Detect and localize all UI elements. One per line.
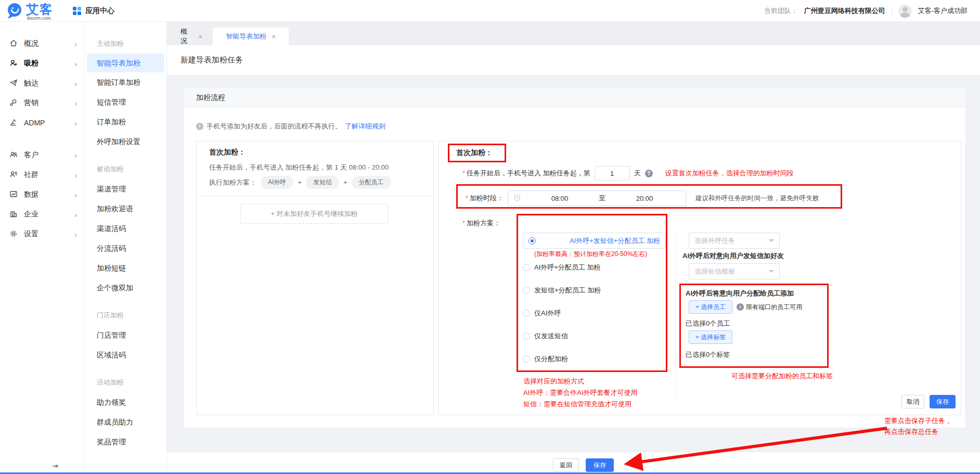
form-panel: 首次加粉： *任务开始后，手机号进入 加粉任务起，第 天 ? 设置首次加粉任务，… — [438, 141, 961, 415]
time-start-value[interactable]: 08:00 — [524, 195, 596, 202]
tag-selected-count: 已选择0个标签 — [686, 350, 730, 360]
gear-icon — [9, 229, 18, 239]
plan-label: *加粉方案： — [462, 219, 500, 228]
chevron-down-icon — [769, 239, 774, 242]
submenu-item-welcome-msg[interactable]: 加粉欢迎语 — [84, 199, 166, 219]
sidebar: 概况› 吸粉› 触达› 营销› ADMP› 客户› 社群› 数据› — [0, 22, 84, 474]
day-suffix: 天 — [634, 169, 641, 178]
collapse-sidebar-icon[interactable]: ⇥ — [52, 462, 58, 470]
user-add-icon — [9, 59, 18, 69]
plan-option-5[interactable]: 仅发送短信 — [523, 331, 666, 341]
tab-smart-import[interactable]: 智能导表加粉 × — [213, 28, 289, 45]
plan-option-2[interactable]: AI外呼+分配员工 加粉 — [523, 263, 666, 272]
select-call-task[interactable]: 选择外呼任务 — [689, 233, 780, 249]
submenu-item-channel-qr[interactable]: 渠道活码 — [84, 219, 166, 238]
sidebar-item-enterprise[interactable]: 企业› — [0, 204, 84, 224]
submenu-item-short-link[interactable]: 加粉短链 — [84, 258, 166, 278]
plan-option-4[interactable]: 仅AI外呼 — [523, 309, 666, 318]
submenu-item-region-qr[interactable]: 区域活码 — [84, 345, 166, 365]
submenu-item-split-qr[interactable]: 分流活码 — [84, 238, 166, 258]
logo: 艾客 ikscrm.com — [5, 2, 53, 22]
sms-after-call-label: AI外呼后对意向用户发短信加好友 — [682, 251, 784, 261]
cancel-button[interactable]: 取消 — [901, 395, 924, 408]
radio-selected-icon[interactable] — [528, 237, 536, 245]
chevron-right-icon: › — [74, 151, 77, 160]
submenu-item-call-settings[interactable]: 外呼加粉设置 — [84, 132, 166, 151]
sidebar-item-attract-fans[interactable]: 吸粉› — [0, 54, 84, 73]
time-end-value[interactable]: 20:00 — [609, 195, 680, 202]
save-total-task-button[interactable]: 保存 — [586, 458, 614, 472]
form-section-title: 首次加粉： — [456, 148, 493, 158]
sidebar-item-settings[interactable]: 设置› — [0, 224, 84, 244]
time-range-picker[interactable]: 08:00 至 20:00 — [508, 190, 686, 206]
submenu: 主动加粉 智能导表加粉 智能订单加粉 短信管理 订单加粉 外呼加粉设置 被动加粉… — [84, 22, 167, 474]
plan-option-3[interactable]: 发短信+分配员工 加粉 — [523, 286, 666, 295]
time-separator: 至 — [599, 194, 605, 203]
tab-overview[interactable]: 概况 × — [173, 28, 210, 45]
submenu-group-title: 门店加粉 — [84, 305, 166, 325]
plan-pill-assign: 分配员工 — [352, 176, 391, 189]
day-row: *任务开始后，手机号进入 加粉任务起，第 天 ? 设置首次加粉任务，选择合理的加… — [462, 165, 794, 181]
customers-icon — [9, 150, 18, 160]
topbar-divider — [892, 7, 892, 15]
summary-line1: 任务开始后，手机号进入 加粉任务起，第 1 天 08:00 - 20:00 — [209, 163, 389, 172]
submenu-item-sms-mgmt[interactable]: 短信管理 — [84, 92, 166, 112]
day-number-input[interactable] — [595, 166, 630, 181]
sidebar-item-marketing[interactable]: 营销› — [0, 93, 84, 113]
radio-icon[interactable] — [523, 264, 530, 271]
plan-pill-ai-call: AI外呼 — [261, 176, 293, 189]
radio-icon[interactable] — [523, 355, 530, 363]
sidebar-item-overview[interactable]: 概况› — [0, 34, 84, 54]
close-icon[interactable]: × — [272, 33, 276, 41]
radio-icon[interactable] — [523, 287, 530, 294]
select-staff-button[interactable]: + 选择员工 — [689, 300, 732, 314]
sidebar-item-customers[interactable]: 客户› — [0, 145, 84, 165]
day-prefix: 任务开始后，手机号进入 加粉任务起，第 — [467, 169, 590, 177]
submenu-item-store-mgmt[interactable]: 门店管理 — [84, 325, 166, 345]
send-icon — [9, 79, 18, 88]
submenu-item-dual-add[interactable]: 企个微双加 — [84, 278, 166, 298]
chevron-right-icon: › — [74, 190, 77, 199]
time-label: 加粉时段： — [470, 194, 504, 202]
plan-option-1[interactable]: AI外呼+发短信+分配员工 加粉 — [523, 233, 666, 249]
sidebar-item-reach[interactable]: 触达› — [0, 73, 84, 93]
flow-card: 加粉流程 ! 手机号添加为好友后，后面的流程不再执行。 了解详细规则 首次加粉：… — [183, 87, 966, 428]
submenu-item-channel-mgmt[interactable]: 渠道管理 — [84, 179, 166, 199]
back-button[interactable]: 返回 — [553, 458, 579, 472]
radio-icon[interactable] — [523, 332, 530, 340]
logo-bubble-icon — [5, 2, 24, 22]
card-title: 加粉流程 — [184, 87, 965, 107]
select-tag-button[interactable]: + 选择标签 — [689, 330, 732, 344]
divider — [197, 196, 433, 197]
radio-icon[interactable] — [523, 310, 530, 317]
plan-option-1-note: (加粉率最高：预计加粉率在20-50%左右) — [534, 250, 666, 259]
submenu-item-smart-order[interactable]: 智能订单加粉 — [84, 72, 166, 92]
summary-plan-row: 执行加粉方案： AI外呼 + 发短信 + 分配员工 — [209, 176, 391, 189]
avatar[interactable] — [898, 4, 912, 18]
sidebar-item-community[interactable]: 社群› — [0, 165, 84, 185]
detail-rules-link[interactable]: 了解详细规则 — [345, 122, 385, 131]
annotation-day-hint: 设置首次加粉任务，选择合理的加粉时间段 — [665, 169, 794, 178]
app-center-nav[interactable]: 应用中心 — [73, 0, 114, 22]
submenu-item-prize-mgmt[interactable]: 奖品管理 — [84, 432, 166, 452]
submenu-item-order-fans[interactable]: 订单加粉 — [84, 112, 166, 132]
chevron-right-icon: › — [74, 210, 77, 219]
submenu-item-boost-prize[interactable]: 助力领奖 — [84, 392, 166, 412]
sidebar-item-data[interactable]: 数据› — [0, 185, 84, 204]
submenu-item-smart-import[interactable]: 智能导表加粉 — [87, 54, 164, 72]
info-text: 手机号添加为好友后，后面的流程不再执行。 — [207, 122, 342, 131]
add-followup-task-button[interactable]: + 对未加好友手机号继续加粉 — [240, 204, 388, 224]
select-sms-template[interactable]: 选择短信模板 — [689, 263, 780, 279]
user-name[interactable]: 艾客-客户成功部 — [918, 6, 968, 16]
chevron-down-icon — [769, 270, 774, 273]
info-icon: ! — [737, 303, 744, 311]
sidebar-item-admp[interactable]: ADMP› — [0, 113, 84, 133]
help-icon[interactable]: ? — [645, 170, 653, 177]
chevron-right-icon: › — [74, 99, 77, 108]
submenu-item-group-boost[interactable]: 群成员助力 — [84, 412, 166, 432]
save-subtask-button[interactable]: 保存 — [930, 395, 956, 408]
admp-icon — [9, 118, 18, 128]
team-name: 广州壹豆网络科技有限公司 — [804, 6, 885, 16]
close-icon[interactable]: × — [198, 33, 202, 41]
plan-option-6[interactable]: 仅分配加粉 — [523, 354, 666, 364]
